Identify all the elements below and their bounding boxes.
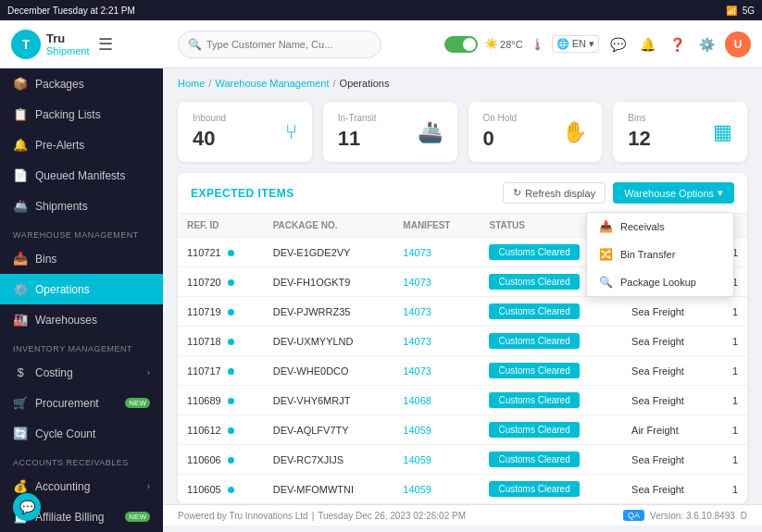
settings-icon[interactable]: ⚙️ xyxy=(695,33,718,56)
cell-ref: 110719 xyxy=(178,297,264,327)
dropdown-receivals[interactable]: 📥 Receivals xyxy=(587,213,733,241)
chat-icon[interactable]: 💬 xyxy=(606,33,629,56)
stat-bins-label: Bins xyxy=(628,113,650,123)
table-row: 110606 DEV-RC7XJIJS 14059 Customs Cleare… xyxy=(178,445,747,475)
costing-icon: $ xyxy=(13,365,28,379)
sidebar-item-queued-manifests[interactable]: 📄 Queued Manifests xyxy=(0,160,163,191)
dropdown-bin-transfer[interactable]: 🔀 Bin Transfer xyxy=(587,241,733,268)
cell-manifest: 14073 xyxy=(393,297,480,327)
manifest-link[interactable]: 14068 xyxy=(403,395,431,406)
receivals-icon: 📥 xyxy=(598,220,613,233)
breadcrumb-warehouse-management[interactable]: Warehouse Management xyxy=(215,78,329,89)
help-icon[interactable]: ❓ xyxy=(666,33,688,56)
notification-icon[interactable]: 🔔 xyxy=(636,33,658,56)
bins-icon: 📥 xyxy=(13,252,28,266)
logo-icon: T xyxy=(11,30,41,59)
manifest-link[interactable]: 14059 xyxy=(403,454,431,465)
sidebar-item-packages[interactable]: 📦 Packages xyxy=(0,68,163,99)
sidebar-label-packing-lists: Packing Lists xyxy=(35,108,101,121)
stat-bins-value: 12 xyxy=(628,127,650,151)
table-row: 110717 DEV-WHE0DCO 14073 Customs Cleared… xyxy=(178,356,747,386)
sidebar-item-costing[interactable]: $ Costing › xyxy=(0,357,163,388)
header: T Tru Shipment ☰ 🔍 ☀️ 28°C 🌡️ 🌐 EN ▾ 💬 🔔… xyxy=(0,20,762,68)
main-content: Home / Warehouse Management / Operations… xyxy=(163,68,762,532)
table-row: 110719 DEV-PJWRRZ35 14073 Customs Cleare… xyxy=(178,297,747,327)
cell-manifest: 14068 xyxy=(393,386,480,415)
status-badge: Customs Cleared xyxy=(489,452,579,467)
sidebar-item-shipments[interactable]: 🚢 Shipments xyxy=(0,191,163,221)
col-ref-id: REF. ID xyxy=(178,214,264,238)
warehouse-options-button[interactable]: Warehouse Options ▾ xyxy=(613,182,734,204)
cell-status: Customs Cleared xyxy=(480,415,622,445)
section-warehouse-management: WAREHOUSE MANAGEMENT xyxy=(0,221,163,243)
manifest-link[interactable]: 14059 xyxy=(403,425,431,436)
status-badge: Customs Cleared xyxy=(489,422,579,438)
search-icon: 🔍 xyxy=(188,38,202,51)
sidebar-item-cycle-count[interactable]: 🔄 Cycle Count xyxy=(0,418,163,449)
signal-icon: 📶 xyxy=(726,6,737,16)
table-section: EXPECTED ITEMS ↻ Refresh display Warehou… xyxy=(178,173,747,504)
sidebar-item-pre-alerts[interactable]: 🔔 Pre-Alerts xyxy=(0,130,163,160)
table-row: 110718 DEV-UXMYYLND 14073 Customs Cleare… xyxy=(178,327,747,356)
manifest-link[interactable]: 14073 xyxy=(403,306,431,317)
cell-count: 1 xyxy=(716,445,747,475)
manifest-link[interactable]: 14059 xyxy=(403,484,431,495)
cell-ref: 110612 xyxy=(178,415,264,445)
warehouses-icon: 🏭 xyxy=(13,313,28,327)
cell-manifest: 14073 xyxy=(393,356,480,386)
refresh-button[interactable]: ↻ Refresh display xyxy=(503,182,606,204)
cell-type: Sea Freight xyxy=(622,327,716,356)
sidebar-item-operations[interactable]: ⚙️ Operations xyxy=(0,274,163,304)
chat-button[interactable]: 💬 xyxy=(13,493,41,521)
manifest-link[interactable]: 14073 xyxy=(403,247,431,258)
cell-type: Sea Freight xyxy=(622,445,716,475)
ref-dot xyxy=(228,487,234,493)
sidebar-label-operations: Operations xyxy=(35,283,90,296)
sidebar: 📦 Packages 📋 Packing Lists 🔔 Pre-Alerts … xyxy=(0,68,163,532)
manifest-link[interactable]: 14073 xyxy=(403,336,431,347)
weather-display: ☀️ 28°C xyxy=(485,38,523,50)
cell-status: Customs Cleared xyxy=(480,386,622,415)
breadcrumb-current: Operations xyxy=(340,78,390,89)
toggle-switch[interactable] xyxy=(444,36,478,53)
col-manifest: MANIFEST xyxy=(393,214,480,238)
stat-bins: Bins 12 ▦ xyxy=(613,102,747,162)
bin-transfer-icon: 🔀 xyxy=(598,248,613,261)
stat-in-transit-label: In-Transit xyxy=(338,113,377,123)
avatar[interactable]: U xyxy=(725,31,751,57)
manifest-link[interactable]: 14073 xyxy=(403,365,431,377)
language-selector[interactable]: 🌐 EN ▾ xyxy=(552,35,599,53)
stat-inbound-label: Inbound xyxy=(193,113,226,123)
procurement-icon: 🛒 xyxy=(13,396,28,410)
topbar: December Tuesday at 2:21 PM 📶 5G xyxy=(0,0,762,20)
procurement-badge: NEW xyxy=(125,398,150,408)
packing-lists-icon: 📋 xyxy=(13,107,28,121)
package-lookup-icon: 🔍 xyxy=(598,276,613,289)
footer: Powered by Tru Innovations Ltd | Tuesday… xyxy=(163,504,762,526)
sidebar-item-bins[interactable]: 📥 Bins xyxy=(0,243,163,274)
search-bar[interactable]: 🔍 xyxy=(178,31,381,58)
footer-date: Tuesday Dec 26, 2023 02:26:02 PM xyxy=(318,511,466,521)
search-input[interactable] xyxy=(206,39,371,50)
status-badge: Customs Cleared xyxy=(489,363,579,378)
manifest-link[interactable]: 14073 xyxy=(403,277,431,288)
cell-pkg: DEV-E1GDE2VY xyxy=(264,238,394,267)
cell-pkg: DEV-RC7XJIJS xyxy=(264,445,394,475)
breadcrumb-home[interactable]: Home xyxy=(178,78,205,89)
network-label: 5G xyxy=(743,6,755,16)
cell-manifest: 14073 xyxy=(393,238,480,267)
dropdown-package-lookup[interactable]: 🔍 Package Lookup xyxy=(587,268,733,296)
sidebar-label-pre-alerts: Pre-Alerts xyxy=(35,139,84,152)
sidebar-item-packing-lists[interactable]: 📋 Packing Lists xyxy=(0,99,163,130)
status-badge: Customs Cleared xyxy=(489,274,579,290)
sidebar-item-warehouses[interactable]: 🏭 Warehouses xyxy=(0,304,163,335)
cell-manifest: 14073 xyxy=(393,327,480,356)
table-actions: ↻ Refresh display Warehouse Options ▾ 📥 … xyxy=(503,182,734,204)
sidebar-item-procurement[interactable]: 🛒 Procurement NEW xyxy=(0,388,163,418)
table-row: 110605 DEV-MFOMWTNI 14059 Customs Cleare… xyxy=(178,475,747,504)
hamburger-icon[interactable]: ☰ xyxy=(98,34,113,55)
sidebar-label-costing: Costing xyxy=(35,366,73,379)
accounting-icon: 💰 xyxy=(13,479,28,493)
cell-manifest: 14073 xyxy=(393,267,480,297)
logo-tru: Tru xyxy=(46,31,89,45)
